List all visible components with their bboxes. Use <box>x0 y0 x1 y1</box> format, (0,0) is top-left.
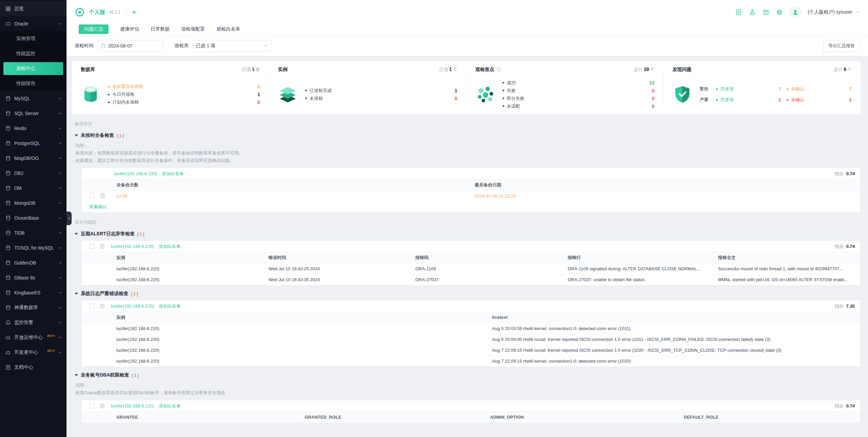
chevron-down-icon <box>58 321 62 325</box>
score-deduction: 扣分7.35 <box>835 303 855 309</box>
report-icon[interactable] <box>735 9 742 16</box>
page-content: 数据库 已选1套 未设置自动巡检 1 <box>67 56 868 437</box>
divider <box>81 76 260 76</box>
unconfirmed-count[interactable]: 1 <box>849 97 852 103</box>
cloud-icon <box>5 335 11 340</box>
stat-label: 成功 <box>507 80 516 86</box>
current-user-label[interactable]: (个人版租户) sysuser <box>808 9 852 15</box>
tab-inspection-config[interactable]: 巡检项配置 <box>181 24 205 34</box>
last-backup-date-link[interactable]: 2024-07-26 22:12:23 <box>475 194 516 199</box>
sidebar-item-db-group[interactable]: MySQL <box>0 91 67 106</box>
stat-label: 今日共巡检 <box>112 91 134 97</box>
info-icon[interactable] <box>496 67 501 72</box>
sidebar-item-db-group[interactable]: KingbaseES <box>0 285 67 300</box>
card-meta: 总计39个 <box>634 67 655 73</box>
sidebar-item-db-group[interactable]: TiDB <box>0 225 67 240</box>
sidebar-item-performance-report[interactable]: 性能报告 <box>0 76 67 91</box>
sidebar-item-db-group[interactable]: TDSQL for MySQL <box>0 240 67 255</box>
sidebar-item-db-group[interactable]: OceanBase <box>0 211 67 225</box>
sidebar-item-db-group[interactable]: DB2 <box>0 166 67 181</box>
stat-label: 未巡检 <box>309 95 323 102</box>
instance-link[interactable]: lucifer(192.168.6.220) <box>114 171 157 176</box>
inspection-date-input[interactable]: 2024-08-07 <box>97 40 164 52</box>
chevron-down-icon <box>58 350 62 354</box>
document-icon <box>5 365 11 370</box>
shield-illustration-icon <box>673 85 692 104</box>
section-header-dba-check[interactable]: 业务账号DBA权限检查 [1] <box>75 372 861 378</box>
sidebar-item-monitor-alarm[interactable]: 监控告警 <box>0 315 67 330</box>
sidebar-item-inspection-center[interactable]: 巡检中心 <box>3 62 63 75</box>
beta-badge: BETA <box>47 334 55 338</box>
table-row: 12.04 2024-07-26 22:12:23 <box>82 190 860 201</box>
found-count[interactable]: 7 <box>778 86 781 92</box>
chevron-down-icon <box>264 44 268 48</box>
calendar-icon[interactable] <box>762 9 769 16</box>
brand-group: 个人版 v6.2.1 + <box>75 7 136 17</box>
add-whitelist-link[interactable]: 添加白名单 <box>162 171 184 177</box>
sidebar-item-docs-center[interactable]: 文档中心 <box>0 360 67 375</box>
select-all-checkbox[interactable] <box>89 304 94 309</box>
section-header-alert-check[interactable]: 近期ALERT日志异常检查 [1] <box>75 231 861 237</box>
sidebar-item-db-group[interactable]: 神通数据库 <box>0 300 67 315</box>
note-icon[interactable] <box>100 304 105 309</box>
note-icon[interactable] <box>100 403 105 408</box>
add-whitelist-link[interactable]: 添加白名单 <box>158 403 181 409</box>
sidebar-item-label: PostgreSQL <box>14 141 55 146</box>
sidebar-item-beta-center[interactable]: 开发者中心 BETA <box>0 345 67 360</box>
instance-link[interactable]: lucifer(192.168.6.220) <box>111 403 154 408</box>
sidebar-item-db-group[interactable]: PostgreSQL <box>0 136 67 151</box>
lab-icon[interactable] <box>749 9 756 16</box>
tab-inspection-whitelist[interactable]: 巡检白名单 <box>216 24 240 34</box>
section-notes: 说明： 检查内容：检查数据库近期是否进行过全量备份，若无备份说明数据库备份将不可… <box>75 142 861 164</box>
unbacked-days-link[interactable]: 12.04 <box>116 194 128 199</box>
unconfirmed-count[interactable]: 7 <box>849 86 852 92</box>
inspection-time-label: 巡检时间 <box>75 43 94 49</box>
sidebar-item-db-group[interactable]: Redis <box>0 121 67 136</box>
card-meta: 已选1个 <box>439 67 457 73</box>
section-header-syslog-check[interactable]: 系统日志严重错误检查 [1] <box>75 291 861 297</box>
bullet-dot <box>503 82 504 84</box>
sidebar-item-instance-management[interactable]: 实例管理 <box>0 31 67 46</box>
sidebar-item-db-group[interactable]: GoldenDB <box>0 255 67 270</box>
note-icon[interactable] <box>100 244 105 249</box>
sidebar-item-oracle[interactable]: Oracle <box>0 16 67 31</box>
sidebar-item-db-group[interactable]: SQL Server <box>0 106 67 121</box>
bullet-dot <box>503 97 504 99</box>
instance-group-row: lucifer(192.168.6.220) 添加白名单 扣分0.74 <box>82 400 860 412</box>
found-label: 共发现 <box>720 97 734 103</box>
card-title: 发现问题 <box>673 67 692 73</box>
sidebar-item-db-group[interactable]: MogDB/OG <box>0 151 67 166</box>
tab-health-assessment[interactable]: 健康评估 <box>120 24 139 34</box>
sidebar-collapse-button[interactable] <box>67 212 72 225</box>
sidebar-item-overview[interactable]: 总览 <box>0 1 67 16</box>
add-button[interactable]: + <box>132 8 136 16</box>
table-header-row: GRANTEEGRANTED_ROLEADMIN_OPTIONDEFAULT_R… <box>82 412 860 423</box>
sidebar-item-performance-monitor[interactable]: 性能监控 <box>0 46 67 61</box>
database-icon <box>5 305 11 310</box>
sidebar-item-label: MongoDB <box>14 200 55 206</box>
stat-label: 未设置自动巡检 <box>112 84 143 90</box>
instance-link[interactable]: lucifer(192.168.6.220) <box>111 304 154 309</box>
instance-link[interactable]: lucifer(192.168.6.220) <box>111 244 154 249</box>
note-icon[interactable] <box>100 194 105 199</box>
tab-daily-data[interactable]: 日常数据 <box>151 24 170 34</box>
chevron-down-icon <box>58 111 62 115</box>
tab-issue-summary[interactable]: 问题汇总 <box>79 24 109 34</box>
inspection-db-select[interactable]: 已选 1 项 <box>192 40 271 52</box>
add-whitelist-link[interactable]: 添加白名单 <box>158 303 181 309</box>
settings-icon[interactable] <box>776 9 783 16</box>
sidebar-item-beta-center[interactable]: 开放运维中心 BETA <box>0 330 67 345</box>
select-all-checkbox[interactable] <box>89 244 94 249</box>
found-count[interactable]: 1 <box>778 97 781 103</box>
batch-confirm-link[interactable]: 批量确认 <box>89 204 107 209</box>
section-header-backup-check[interactable]: 未按时全备检查 [1] <box>75 132 861 139</box>
sidebar-item-db-group[interactable]: GBase 8s <box>0 270 67 285</box>
sidebar-item-db-group[interactable]: MongoDB <box>0 196 67 211</box>
select-all-checkbox[interactable] <box>89 403 94 408</box>
unconfirmed-label: 未确认 <box>791 97 804 103</box>
export-report-button[interactable]: 导出汇总报告 <box>823 40 860 52</box>
user-avatar[interactable] <box>790 6 801 18</box>
sidebar-item-db-group[interactable]: DM <box>0 181 67 196</box>
add-whitelist-link[interactable]: 添加白名单 <box>158 243 181 250</box>
row-checkbox[interactable] <box>89 193 94 198</box>
